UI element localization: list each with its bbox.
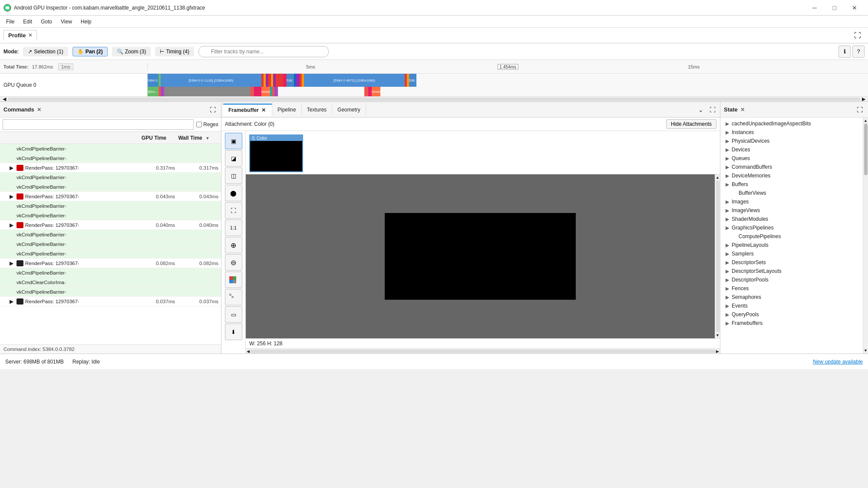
state-item[interactable]: ▶ Framebuffers — [720, 319, 863, 328]
scroll-right-button[interactable]: ▶ — [860, 96, 867, 102]
table-row[interactable]: vkCmdPipelineBarrier‹ — [0, 144, 221, 154]
fb-circle-button[interactable]: ⬤ — [225, 185, 242, 201]
table-row[interactable]: vkCmdPipelineBarrier‹ — [0, 182, 221, 192]
fb-zoom-out-button[interactable]: ⊖ — [225, 254, 242, 271]
fb-expand-button[interactable]: ⛶ — [225, 202, 242, 219]
profile-tab[interactable]: Profile ✕ — [3, 30, 37, 41]
table-row[interactable]: vkCmdPipelineBarrier‹ — [0, 239, 221, 249]
pipeline-tab[interactable]: Pipeline — [272, 104, 302, 115]
table-row[interactable]: ▶ RenderPass: 12970367‹ 0.040ms 0.040ms — [0, 220, 221, 230]
regex-checkbox-label[interactable]: Regex — [196, 119, 218, 130]
state-item[interactable]: ▶ Events — [720, 301, 863, 310]
table-row[interactable]: vkCmdPipelineBarrier‹ — [0, 287, 221, 297]
fb-crop-button[interactable]: ▭ — [225, 306, 242, 323]
commands-close-button[interactable]: ✕ — [37, 107, 41, 113]
state-expand-button[interactable]: ⛶ — [855, 105, 865, 114]
state-item[interactable]: ▶ DescriptorSetLayouts — [720, 267, 863, 275]
state-scroll-thumb[interactable] — [864, 124, 868, 175]
framebuffer-tab[interactable]: Framebuffer ✕ — [223, 104, 272, 116]
framebuffer-tab-close[interactable]: ✕ — [261, 107, 267, 113]
table-row[interactable]: vkCmdPipelineBarrier‹ — [0, 268, 221, 278]
fb-1to1-button[interactable]: 1:1 — [225, 219, 242, 236]
fb-right-scrollbar[interactable]: ▲ ▼ — [715, 174, 720, 338]
menu-help[interactable]: Help — [76, 17, 96, 26]
fb-bottom-scrollbar[interactable]: ◀ ▶ — [246, 348, 720, 354]
table-row[interactable]: vkCmdPipelineBarrier‹ — [0, 201, 221, 211]
row-expand-arrow[interactable]: ▶ — [10, 260, 17, 266]
state-item[interactable]: ▶ Fences — [720, 284, 863, 293]
table-row[interactable]: vkCmdPipelineBarrier‹ — [0, 173, 221, 182]
fb-zoom-in-button[interactable]: ⊕ — [225, 237, 242, 253]
state-item[interactable]: ComputePipelines — [720, 232, 863, 241]
fb-depth-button[interactable]: ◪ — [225, 150, 242, 167]
col-gpu-header[interactable]: GPU Time — [114, 135, 166, 141]
commands-expand-button[interactable]: ⛶ — [208, 105, 218, 114]
state-scroll-down[interactable]: ▼ — [864, 348, 868, 353]
state-item[interactable]: ▶ GraphicsPipelines — [720, 223, 863, 232]
fb-scroll-down[interactable]: ▼ — [716, 333, 719, 337]
state-item[interactable]: ▶ PipelineLayouts — [720, 241, 863, 249]
fb-scroll-left-icon[interactable]: ◀ — [247, 349, 250, 354]
regex-checkbox[interactable] — [196, 119, 202, 130]
state-item[interactable]: ▶ Buffers — [720, 180, 863, 189]
menu-edit[interactable]: Edit — [19, 17, 36, 26]
state-item[interactable]: ▶ Images — [720, 197, 863, 206]
row-expand-arrow[interactable]: ▶ — [10, 222, 17, 228]
fb-scroll-up[interactable]: ▲ — [716, 175, 719, 180]
state-item[interactable]: ▶ DescriptorSets — [720, 258, 863, 267]
table-row[interactable]: ▶ RenderPass: 12970367‹ 0.082ms 0.082ms — [0, 259, 221, 268]
commands-search-input[interactable] — [3, 119, 194, 130]
fb-channel-button[interactable] — [225, 272, 242, 288]
state-item[interactable]: ▶ DescriptorPools — [720, 275, 863, 284]
state-item[interactable]: ▶ CommandBuffers — [720, 163, 863, 171]
state-item[interactable]: ▶ ShaderModules — [720, 215, 863, 223]
fb-scroll-right-icon[interactable]: ▶ — [716, 349, 719, 354]
scroll-track[interactable] — [8, 98, 860, 101]
menu-goto[interactable]: Goto — [36, 17, 56, 26]
fb-checker-button[interactable] — [225, 289, 242, 305]
profile-tab-close[interactable]: ✕ — [28, 33, 32, 38]
gpu-queue-track[interactable]: [5384 0... [5384 0 0 1110] (2280x1080) [… — [148, 74, 868, 96]
selection-mode-button[interactable]: ↗ Selection (1) — [23, 47, 68, 56]
framebuffer-viewer-scroll[interactable] — [246, 174, 715, 338]
fb-stencil-button[interactable]: ◫ — [225, 167, 242, 184]
table-row[interactable]: vkCmdPipelineBarrier‹ — [0, 154, 221, 163]
row-expand-arrow[interactable]: ▶ — [10, 298, 17, 305]
maximize-button[interactable]: □ — [825, 0, 845, 16]
fb-scroll-thumb[interactable] — [716, 180, 719, 332]
minimize-button[interactable]: ─ — [805, 0, 825, 16]
close-button[interactable]: ✕ — [845, 0, 865, 16]
filter-tracks-input[interactable] — [198, 46, 329, 57]
fb-h-scroll-track[interactable] — [250, 350, 716, 353]
update-available-link[interactable]: New update available — [813, 359, 863, 365]
state-item[interactable]: ▶ Queues — [720, 154, 863, 163]
table-row[interactable]: vkCmdPipelineBarrier‹ — [0, 249, 221, 259]
state-item[interactable]: ▶ cachedUnpackedImageAspectBits — [720, 119, 863, 128]
state-item[interactable]: ▶ Instances — [720, 128, 863, 137]
middle-panel-expand-button[interactable]: ⛶ — [707, 106, 718, 113]
state-item[interactable]: ▶ Samplers — [720, 249, 863, 258]
col-wall-header[interactable]: Wall Time ▼ — [166, 135, 218, 141]
more-tabs-button[interactable]: ⌄ — [695, 106, 707, 113]
hide-attachments-button[interactable]: Hide Attachments — [666, 119, 716, 129]
state-scroll-up[interactable]: ▲ — [864, 118, 868, 123]
zoom-mode-button[interactable]: 🔍 Zoom (3) — [112, 47, 151, 56]
table-row[interactable]: ▶ RenderPass: 12970367‹ 0.317ms 0.317ms — [0, 163, 221, 173]
state-item[interactable]: ▶ Semaphores — [720, 293, 863, 301]
timing-mode-button[interactable]: ⊢ Timing (4) — [155, 47, 194, 56]
scroll-left-button[interactable]: ◀ — [1, 96, 8, 102]
timeline-scrollbar[interactable]: ◀ ▶ — [0, 96, 868, 102]
row-expand-arrow[interactable]: ▶ — [10, 193, 17, 200]
menu-file[interactable]: File — [2, 17, 19, 26]
fb-download-button[interactable]: ⬇ — [225, 324, 242, 340]
state-item[interactable]: ▶ DeviceMemories — [720, 171, 863, 180]
color-thumbnail[interactable]: 0: Color — [249, 134, 303, 172]
help-button[interactable]: ? — [852, 46, 865, 58]
table-row[interactable]: ▶ RenderPass: 12970367‹ 0.043ms 0.043ms — [0, 192, 221, 201]
state-item[interactable]: ▶ Devices — [720, 145, 863, 154]
textures-tab[interactable]: Textures — [302, 104, 332, 115]
profile-expand-button[interactable]: ⛶ — [851, 30, 865, 41]
info-button[interactable]: ℹ — [838, 46, 851, 58]
menu-view[interactable]: View — [56, 17, 76, 26]
pan-mode-button[interactable]: ✋ Pan (2) — [73, 47, 108, 56]
